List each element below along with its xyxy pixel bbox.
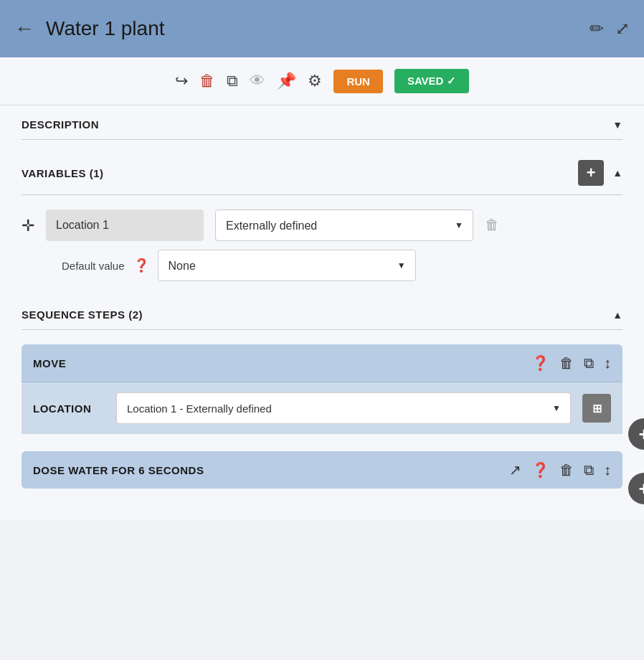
- edit-icon[interactable]: ✏: [589, 19, 604, 39]
- step-dose-copy-icon[interactable]: ⧉: [584, 462, 594, 478]
- copy-icon[interactable]: ⧉: [227, 72, 238, 90]
- expand-icon[interactable]: ⤢: [615, 19, 630, 39]
- header-left: ← Water 1 plant: [14, 17, 164, 40]
- settings-icon[interactable]: ⚙: [308, 72, 322, 90]
- add-step-between-button[interactable]: +: [628, 418, 644, 450]
- default-value-label: Default value: [62, 260, 125, 272]
- step-move-copy-icon[interactable]: ⧉: [584, 355, 594, 372]
- location-row: LOCATION Location 1 - Externally defined…: [33, 392, 611, 424]
- step-move: MOVE ❓ 🗑 ⧉ ↕ LOCATION Location 1 - Exter…: [22, 344, 622, 434]
- variable-row: ✛ Externally defined Text Number Boolean…: [22, 209, 622, 241]
- step-dose-wrapper: DOSE WATER FOR 6 SECONDS ↗ ❓ 🗑 ⧉ ↕ +: [22, 451, 622, 489]
- page-title: Water 1 plant: [46, 17, 164, 40]
- step-dose-actions: ↗ ❓ 🗑 ⧉ ↕: [509, 461, 611, 478]
- saved-button[interactable]: SAVED ✓: [394, 69, 469, 93]
- main-content: DESCRIPTION ▼ VARIABLES (1) + ▲ ✛ Extern…: [0, 105, 644, 520]
- variables-body: ✛ Externally defined Text Number Boolean…: [22, 195, 622, 288]
- step-dose-external-icon[interactable]: ↗: [509, 461, 521, 478]
- step-move-actions: ❓ 🗑 ⧉ ↕: [531, 354, 611, 372]
- sequence-body: MOVE ❓ 🗑 ⧉ ↕ LOCATION Location 1 - Exter…: [22, 330, 622, 489]
- location-select[interactable]: Location 1 - Externally defined: [116, 392, 571, 424]
- hide-icon[interactable]: 👁: [250, 72, 265, 90]
- pin-icon[interactable]: 📌: [277, 72, 296, 90]
- location-label: LOCATION: [33, 402, 105, 415]
- app-header: ← Water 1 plant ✏ ⤢: [0, 0, 644, 57]
- sequence-section-header: SEQUENCE STEPS (2) ▲: [22, 296, 622, 330]
- default-value-select[interactable]: None Custom: [158, 250, 416, 281]
- step-move-wrapper: MOVE ❓ 🗑 ⧉ ↕ LOCATION Location 1 - Exter…: [22, 344, 622, 434]
- default-help-icon[interactable]: ❓: [133, 258, 149, 273]
- redo-icon[interactable]: ↪: [175, 72, 188, 90]
- variables-title: VARIABLES (1): [22, 167, 104, 179]
- step-move-body: LOCATION Location 1 - Externally defined…: [22, 382, 622, 434]
- variable-type-wrapper: Externally defined Text Number Boolean: [215, 209, 473, 241]
- step-move-header: MOVE ❓ 🗑 ⧉ ↕: [22, 344, 622, 382]
- sequence-title: SEQUENCE STEPS (2): [22, 308, 143, 321]
- back-button[interactable]: ←: [14, 17, 34, 40]
- step-dose-reorder-icon[interactable]: ↕: [604, 462, 611, 478]
- step-dose-title: DOSE WATER FOR 6 SECONDS: [33, 464, 204, 476]
- variable-type-select[interactable]: Externally defined Text Number Boolean: [215, 209, 473, 241]
- step-move-help-icon[interactable]: ❓: [531, 354, 549, 372]
- description-section-header: DESCRIPTION ▼: [22, 105, 622, 140]
- default-value-row: Default value ❓ None Custom: [62, 250, 622, 281]
- variables-controls: + ▲: [578, 160, 622, 186]
- step-move-reorder-icon[interactable]: ↕: [604, 355, 611, 372]
- add-variable-button[interactable]: +: [578, 160, 604, 186]
- header-right: ✏ ⤢: [589, 19, 630, 39]
- sequence-chevron[interactable]: ▲: [612, 309, 622, 321]
- step-dose-header: DOSE WATER FOR 6 SECONDS ↗ ❓ 🗑 ⧉ ↕: [22, 451, 622, 489]
- variable-name-input[interactable]: [46, 209, 204, 241]
- run-button[interactable]: RUN: [333, 70, 383, 93]
- description-chevron[interactable]: ▼: [612, 119, 622, 131]
- default-value-wrapper: None Custom: [158, 250, 416, 281]
- step-move-delete-icon[interactable]: 🗑: [559, 355, 574, 372]
- step-move-title: MOVE: [33, 357, 66, 369]
- toolbar: ↪ 🗑 ⧉ 👁 📌 ⚙ RUN SAVED ✓: [0, 57, 644, 105]
- drag-handle-icon[interactable]: ✛: [22, 217, 34, 235]
- step-dose-delete-icon[interactable]: 🗑: [559, 462, 574, 478]
- delete-icon[interactable]: 🗑: [199, 72, 215, 90]
- description-title: DESCRIPTION: [22, 118, 99, 131]
- step-dose: DOSE WATER FOR 6 SECONDS ↗ ❓ 🗑 ⧉ ↕: [22, 451, 622, 489]
- location-select-wrapper: Location 1 - Externally defined: [116, 392, 571, 424]
- variables-section-header: VARIABLES (1) + ▲: [22, 147, 622, 195]
- variables-chevron[interactable]: ▲: [612, 167, 622, 179]
- add-step-after-button[interactable]: +: [628, 473, 644, 504]
- variable-delete-icon[interactable]: 🗑: [485, 217, 499, 233]
- location-expand-button[interactable]: ⊞: [582, 394, 611, 423]
- step-dose-help-icon[interactable]: ❓: [531, 461, 549, 478]
